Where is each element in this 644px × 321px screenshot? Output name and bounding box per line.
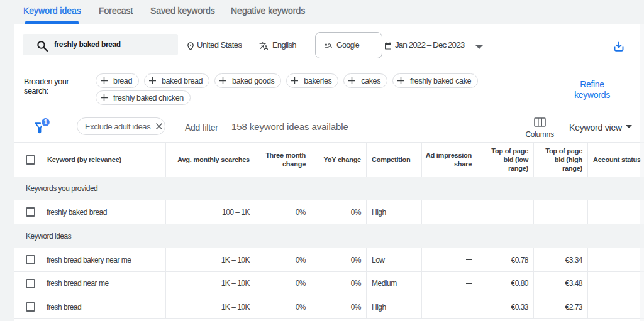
svg-text:1: 1 [44, 119, 48, 126]
